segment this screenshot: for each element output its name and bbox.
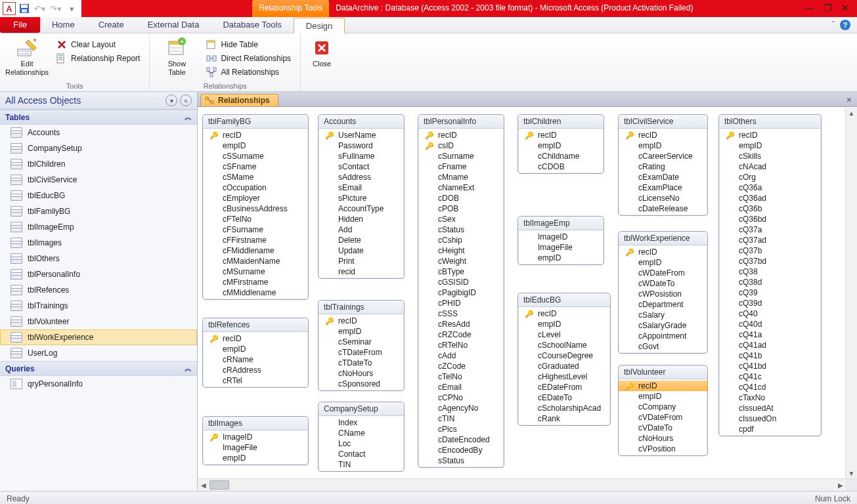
table-field[interactable]: 🔑cMname [418,172,504,182]
table-field[interactable]: 🔑cFTelNo [203,214,308,224]
table-field[interactable]: 🔑cTDateTo [319,358,404,368]
table-field[interactable]: 🔑cMMaidenName [203,256,308,266]
table-field[interactable]: 🔑cQ41b [719,350,821,361]
table-box-title[interactable]: tblImageEmp [518,217,604,230]
table-field[interactable]: 🔑empID [619,140,707,151]
table-field[interactable]: 🔑sFullname [319,151,404,161]
table-box-title[interactable]: tblChildren [518,115,604,129]
scroll-up-icon[interactable]: ▲ [846,108,857,119]
table-box[interactable]: Accounts🔑UserName🔑Password🔑sFullname🔑sCo… [318,114,405,279]
tab-create[interactable]: Create [87,17,136,33]
navpane-header[interactable]: All Access Objects ▾ « [0,92,197,110]
table-field[interactable]: 🔑csID [418,140,504,151]
table-field[interactable]: 🔑cAdd [418,350,504,361]
qat-customize-icon[interactable]: ▾ [64,1,79,16]
table-field[interactable]: 🔑cResAdd [418,319,504,329]
table-field[interactable]: 🔑recID [319,316,404,326]
table-field[interactable]: 🔑cEncodedBy [418,445,504,455]
table-field[interactable]: 🔑cEDateTo [518,392,610,403]
table-field[interactable]: 🔑cLicenseNo [619,193,707,203]
relationship-report-button[interactable]: Relationship Report [54,52,143,64]
table-field[interactable]: 🔑UserName [319,130,404,140]
table-field[interactable]: 🔑cQ36bd [719,214,821,224]
table-field[interactable]: 🔑cRAddress [203,365,308,375]
table-field[interactable]: 🔑cCompany [619,402,707,412]
table-field[interactable]: 🔑recID [619,381,707,391]
table-box[interactable]: tblImages🔑ImageID🔑ImageFile🔑empID [202,416,309,465]
table-field[interactable]: 🔑sPicture [319,193,404,203]
table-field[interactable]: 🔑cTDateFrom [319,347,404,358]
tab-file[interactable]: File [0,17,40,33]
table-field[interactable]: 🔑ImageFile [518,242,604,253]
table-field[interactable]: 🔑cSFname [203,161,308,172]
table-field[interactable]: 🔑cHeight [418,245,504,256]
table-field[interactable]: 🔑cSalaryGrade [619,320,707,331]
table-box[interactable]: tblEducBG🔑recID🔑empID🔑cLevel🔑cSchoolName… [517,293,611,426]
table-field[interactable]: 🔑cQ41bd [719,361,821,371]
table-field[interactable]: 🔑Loc [319,438,404,449]
table-field[interactable]: 🔑cQ41ad [719,340,821,350]
minimize-icon[interactable]: — [805,3,814,14]
table-box[interactable]: tblRefences🔑recID🔑empID🔑cRName🔑cRAddress… [202,318,309,388]
navpane-table-item[interactable]: tblWorkExperience [0,329,197,345]
navpane-section-queries[interactable]: Queries ︽ [0,361,197,376]
table-field[interactable]: 🔑Index [319,417,404,428]
table-field[interactable]: 🔑cSex [418,214,504,224]
table-field[interactable]: 🔑cQ39 [719,287,821,298]
undo-icon[interactable]: ↶▾ [33,1,47,16]
navpane-table-item[interactable]: tblFamilyBG [0,203,197,219]
table-field[interactable]: 🔑cVPosition [619,444,707,454]
table-field[interactable]: 🔑cBType [418,266,504,277]
table-field[interactable]: 🔑recid [319,266,404,277]
table-field[interactable]: 🔑cSalary [619,310,707,320]
table-box-title[interactable]: tblImages [203,417,308,430]
table-field[interactable]: 🔑cQ39d [719,298,821,308]
table-box-title[interactable]: Accounts [319,115,404,129]
table-field[interactable]: 🔑ImageFile [203,442,308,453]
table-field[interactable]: 🔑recID [619,247,707,257]
table-field[interactable]: 🔑sEmail [319,182,404,193]
navpane-collapse-icon[interactable]: « [180,94,192,106]
table-field[interactable]: 🔑cDepartment [619,299,707,310]
table-field[interactable]: 🔑Delete [319,235,404,245]
navpane-section-tables[interactable]: Tables ︽ [0,110,197,125]
table-field[interactable]: 🔑cWDateFrom [619,268,707,278]
navpane-table-item[interactable]: tblVolunteer [0,314,197,329]
table-field[interactable]: 🔑cHighestLevel [518,371,610,382]
table-field[interactable]: 🔑Update [319,245,404,256]
table-field[interactable]: 🔑sContact [319,161,404,172]
table-field[interactable]: 🔑recID [719,130,821,140]
navpane-table-item[interactable]: Accounts [0,125,197,140]
tab-external-data[interactable]: External Data [136,17,211,33]
table-field[interactable]: 🔑cCareerService [619,151,707,161]
table-field[interactable]: 🔑Print [319,256,404,266]
table-field[interactable]: 🔑cChildname [518,151,604,161]
table-field[interactable]: 🔑cNAcad [719,161,821,172]
edit-relationships-button[interactable]: Edit Relationships [7,36,47,77]
table-field[interactable]: 🔑cSponsored [319,379,404,389]
table-field[interactable]: 🔑cScholarshipAcad [518,403,610,413]
table-field[interactable]: 🔑cVDateFrom [619,412,707,423]
table-field[interactable]: 🔑cRank [518,413,610,424]
table-box-title[interactable]: tblTrainings [319,301,404,314]
table-field[interactable]: 🔑cOccupation [203,182,308,193]
table-field[interactable]: 🔑cNameExt [418,182,504,193]
table-field[interactable]: 🔑cGraduated [518,361,610,371]
table-field[interactable]: 🔑empID [518,253,604,263]
document-tab-relationships[interactable]: Relationships [200,94,278,106]
table-box[interactable]: tblWorkExperience🔑recID🔑empID🔑cWDateFrom… [618,231,708,354]
direct-relationships-button[interactable]: Direct Relationships [204,52,294,64]
table-field[interactable]: 🔑cQ38d [719,277,821,287]
table-field[interactable]: 🔑AccountType [319,203,404,214]
navpane-table-item[interactable]: UserLog [0,345,197,361]
table-field[interactable]: 🔑cExamPlace [619,182,707,193]
table-field[interactable]: 🔑cGovt [619,341,707,352]
table-field[interactable]: 🔑cGSISID [418,277,504,287]
table-field[interactable]: 🔑cQ37bd [719,256,821,266]
table-field[interactable]: 🔑cDOB [418,193,504,203]
table-field[interactable]: 🔑cCDOB [518,161,604,172]
table-field[interactable]: 🔑cPOB [418,203,504,214]
table-field[interactable]: 🔑cRating [619,161,707,172]
table-field[interactable]: 🔑cTIN [418,413,504,424]
navpane-table-item[interactable]: CompanySetup [0,140,197,156]
